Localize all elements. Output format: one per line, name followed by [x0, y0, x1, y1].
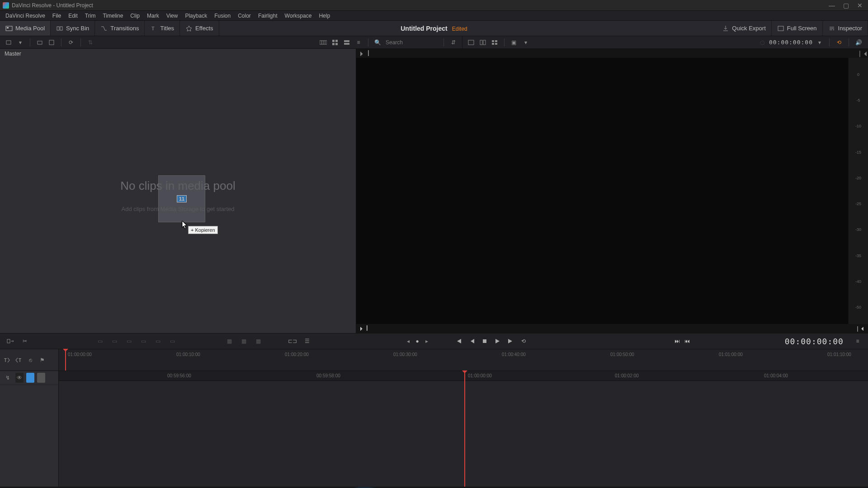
- meter-label: -25: [855, 202, 861, 206]
- import-menu-button[interactable]: [4, 38, 14, 47]
- stop-icon[interactable]: [481, 338, 488, 344]
- search-icon[interactable]: 🔍: [373, 38, 383, 47]
- track-select-mode-icon[interactable]: T: [2, 355, 12, 365]
- tool-b-icon[interactable]: ▦: [239, 336, 249, 346]
- svg-rect-7: [6, 41, 11, 44]
- smart-insert-icon[interactable]: [5, 336, 15, 346]
- lock-icon[interactable]: [37, 373, 45, 383]
- refresh-icon[interactable]: ⟳: [66, 38, 76, 47]
- tab-effects[interactable]: Effects: [180, 21, 219, 36]
- safe-area-icon[interactable]: ▣: [509, 38, 519, 47]
- strip-view-icon[interactable]: [342, 38, 352, 47]
- menu-fairlight[interactable]: Fairlight: [255, 13, 281, 19]
- sort-order-icon[interactable]: ⇵: [448, 38, 458, 47]
- chevron-down-icon[interactable]: ▾: [15, 38, 25, 47]
- go-start-icon[interactable]: [454, 338, 462, 345]
- menu-mark[interactable]: Mark: [143, 13, 163, 19]
- tool-c-icon[interactable]: ▦: [253, 336, 263, 346]
- audio-enable-icon[interactable]: [26, 373, 34, 383]
- media-pool-drop-area[interactable]: No clips in media pool Add clips from Me…: [0, 58, 356, 333]
- viewer-canvas[interactable]: [356, 58, 868, 324]
- menu-clip[interactable]: Clip: [127, 13, 143, 19]
- menu-trim[interactable]: Trim: [81, 13, 99, 19]
- fit-to-fill-icon[interactable]: ▭: [138, 336, 148, 346]
- bypass-icon[interactable]: ◌: [757, 38, 767, 47]
- svg-text:T: T: [151, 26, 155, 31]
- menu-file[interactable]: File: [49, 13, 65, 19]
- quick-export-button[interactable]: Quick Export: [717, 21, 771, 36]
- bin-breadcrumb[interactable]: Master: [0, 49, 356, 58]
- window-title: DaVinci Resolve - Untitled Project: [12, 2, 93, 9]
- sort-icon[interactable]: ⇅: [85, 38, 95, 47]
- view-grid-icon[interactable]: [490, 38, 500, 47]
- loop-playback-icon[interactable]: ⟲: [521, 338, 526, 344]
- blade-icon[interactable]: ✂: [20, 336, 30, 346]
- thumbnail-view-icon[interactable]: [330, 38, 340, 47]
- replace-icon[interactable]: ▭: [124, 336, 134, 346]
- mute-icon[interactable]: 🔊: [854, 38, 863, 47]
- tab-sync-bin[interactable]: Sync Bin: [51, 21, 95, 36]
- loop-icon[interactable]: ⟲: [834, 38, 844, 47]
- timeline-playhead[interactable]: [464, 371, 465, 487]
- jog-handle-icon[interactable]: ●: [416, 338, 419, 344]
- menu-view[interactable]: View: [163, 13, 182, 19]
- auto-track-icon[interactable]: ↯: [3, 373, 13, 383]
- menu-bar: DaVinci Resolve File Edit Trim Timeline …: [0, 11, 868, 21]
- menu-playback[interactable]: Playback: [181, 13, 211, 19]
- prev-frame-icon[interactable]: [469, 338, 475, 344]
- close-icon[interactable]: ✕: [857, 2, 863, 9]
- mark-in-icon[interactable]: ⏵❘: [359, 325, 370, 332]
- search-input[interactable]: [385, 39, 439, 46]
- drag-count-badge: 11: [177, 195, 187, 202]
- tc-options-icon[interactable]: ▾: [815, 38, 825, 47]
- sub-toolbar: ▾ ⟳ ⇅ ≡ 🔍 ⇵ ▣ ▾ ◌ 00:00:00:00 ▾ ⟲ 🔊: [0, 36, 868, 49]
- jog-left-icon[interactable]: ◂: [407, 338, 410, 344]
- list-view-icon[interactable]: ≡: [354, 38, 363, 47]
- ruler-tick: 01:00:20:00: [285, 352, 309, 357]
- sliders-icon[interactable]: ☰: [302, 336, 312, 346]
- overview-playhead[interactable]: [65, 349, 66, 371]
- menu-davinci[interactable]: DaVinci Resolve: [2, 13, 49, 19]
- menu-edit[interactable]: Edit: [65, 13, 81, 19]
- minimize-icon[interactable]: —: [829, 2, 835, 9]
- menu-workspace[interactable]: Workspace: [281, 13, 316, 19]
- tool-a-icon[interactable]: ▦: [224, 336, 234, 346]
- view-dual-icon[interactable]: [478, 38, 488, 47]
- tab-titles[interactable]: T Titles: [145, 21, 180, 36]
- jump-start-icon[interactable]: ⏵❘: [359, 50, 367, 57]
- ruler-overview[interactable]: 01:00:00:00 01:00:10:00 01:00:20:00 01:0…: [59, 349, 868, 371]
- full-screen-button[interactable]: Full Screen: [772, 21, 823, 36]
- video-eye-icon[interactable]: 👁: [15, 373, 24, 383]
- overwrite-icon[interactable]: ▭: [109, 336, 119, 346]
- jump-end-icon[interactable]: ❘⏴: [857, 50, 865, 57]
- play-icon[interactable]: [494, 338, 500, 344]
- link-icon[interactable]: ⎋: [25, 355, 35, 365]
- tab-media-pool[interactable]: Media Pool: [0, 21, 51, 36]
- filmstrip-view-icon[interactable]: [318, 38, 328, 47]
- dropdown-icon[interactable]: ▾: [521, 38, 531, 47]
- insert-icon[interactable]: ▭: [95, 336, 105, 346]
- menu-help[interactable]: Help: [315, 13, 334, 19]
- next-edit-icon[interactable]: ⏭: [675, 338, 680, 344]
- menu-timeline[interactable]: Timeline: [99, 13, 127, 19]
- bin-new-icon[interactable]: [35, 38, 45, 47]
- mark-out-icon[interactable]: ❘⏴: [855, 325, 865, 332]
- timeline-options-icon[interactable]: ≡: [853, 336, 863, 346]
- audio-meter: 0 -5 -10 -15 -20 -25 -30 -35 -40 -50: [848, 58, 868, 324]
- go-end-icon[interactable]: [507, 338, 515, 345]
- tab-transitions[interactable]: Transitions: [95, 21, 145, 36]
- track-select-alt-icon[interactable]: T: [14, 355, 24, 365]
- append-icon[interactable]: ▭: [167, 336, 177, 346]
- marker-icon[interactable]: ⚑: [37, 355, 47, 365]
- bin-list-icon[interactable]: [47, 38, 57, 47]
- place-on-top-icon[interactable]: ▭: [153, 336, 163, 346]
- view-single-icon[interactable]: [466, 38, 476, 47]
- timeline-timecode[interactable]: 00:00:00:00: [785, 337, 853, 346]
- prev-edit-icon[interactable]: ⏮: [684, 338, 690, 344]
- maximize-icon[interactable]: ▢: [843, 2, 849, 9]
- snap-icon[interactable]: ⊏⊐: [288, 336, 297, 346]
- menu-fusion[interactable]: Fusion: [211, 13, 234, 19]
- menu-color[interactable]: Color: [234, 13, 255, 19]
- tab-inspector[interactable]: Inspector: [823, 21, 868, 36]
- jog-right-icon[interactable]: ▸: [425, 338, 428, 344]
